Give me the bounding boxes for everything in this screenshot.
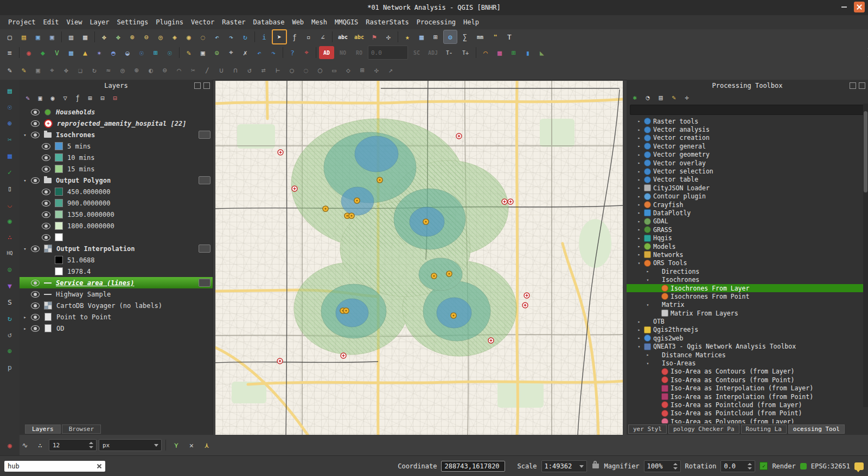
refresh-map-icon[interactable]: ↻ — [239, 30, 252, 43]
undock-panel-icon[interactable] — [850, 82, 856, 89]
select-by-expression-icon[interactable]: ƒ — [288, 30, 301, 43]
expand-arrow-icon[interactable]: ▾ — [22, 246, 28, 252]
expand-all-icon[interactable]: ⊞ — [85, 93, 95, 103]
close-panel-icon[interactable] — [203, 82, 210, 89]
measure-line-icon[interactable]: ∠ — [316, 30, 329, 43]
dots-tool-icon[interactable]: ∴ — [34, 439, 47, 452]
filter-legend-icon[interactable]: ▽ — [60, 93, 70, 103]
rotate-point-symbols-icon[interactable]: ↺ — [243, 64, 256, 77]
scale-feature-icon[interactable]: ↗ — [384, 64, 397, 77]
remove-layer-icon[interactable]: ⊟ — [110, 93, 120, 103]
ellipse-tool-icon[interactable]: ◯ — [314, 64, 327, 77]
badge-RO-icon[interactable]: RO — [352, 46, 367, 59]
toolbox-group-distance-matrices[interactable]: ▸ Distance Matrices — [627, 351, 868, 359]
layer-row-reprojected-amenity-hospital[interactable]: reprojected_amenity_hospital [22] — [20, 118, 213, 129]
toolbox-group-vector-analysis[interactable]: ▸ Vector analysis — [627, 125, 868, 133]
text-annotation-icon[interactable]: T — [503, 30, 516, 43]
add-vector-layer-icon[interactable]: V — [50, 46, 63, 59]
deselect-all-icon[interactable]: ▫ — [302, 30, 315, 43]
badge-NO-icon[interactable]: NO — [335, 46, 350, 59]
legend-filter-box-icon[interactable] — [199, 176, 210, 184]
fill-ring-icon[interactable]: ◐ — [144, 64, 157, 77]
layer-row-51-0688[interactable]: 51.0688 — [20, 254, 213, 266]
visibility-eye-icon[interactable] — [42, 155, 50, 161]
layer-row-cartodb-voyager[interactable]: CartoDB Voyager (no labels) — [20, 300, 213, 311]
menu-layer[interactable]: Layer — [86, 17, 113, 27]
toolbox-provider-grass[interactable]: ▸ GRASS — [627, 226, 868, 234]
statistical-summary-icon[interactable]: ∑ — [458, 30, 471, 43]
collapse-all-icon[interactable]: ⊟ — [98, 93, 107, 103]
expand-arrow-icon[interactable]: ▸ — [636, 210, 642, 215]
tab-topology-checker[interactable]: pology Checker Pa — [668, 424, 739, 434]
toolbox-provider-qgis2web[interactable]: ▸ qgis2web — [627, 334, 868, 342]
layer-row-1800[interactable]: 1800.0000000 — [20, 220, 213, 231]
menu-settings[interactable]: Settings — [113, 17, 152, 27]
toolbox-group-vector-overlay[interactable]: ▸ Vector overlay — [627, 159, 868, 167]
processing-toolbox-icon[interactable]: ⚙ — [443, 30, 457, 44]
visibility-eye-icon[interactable] — [31, 109, 40, 115]
refresh-cyan-icon[interactable]: ↻ — [3, 312, 16, 325]
toolbox-alg-iso-area-pointcloud-layer[interactable]: Iso-Area as Pointcloud (from Layer) — [627, 401, 868, 409]
layer-group-output-polygon[interactable]: ▾ Output Polygon — [20, 175, 213, 186]
visibility-eye-icon[interactable] — [31, 314, 40, 320]
toolbox-group-directions[interactable]: ▸ Directions — [627, 267, 868, 275]
tab-layers[interactable]: Layers — [25, 424, 61, 434]
validation-check-icon[interactable]: ✓ — [3, 165, 16, 178]
toolbar-separator[interactable] — [283, 47, 283, 58]
circle-3points-icon[interactable]: ◌ — [299, 64, 312, 77]
filter-expression-icon[interactable]: ƒ — [73, 93, 82, 103]
snapping-icon[interactable]: ⌖ — [300, 46, 313, 59]
scatter-dots-icon[interactable]: ∴ — [3, 230, 16, 243]
layer-management-icon[interactable]: ▤ — [3, 84, 16, 97]
toolbox-provider-dataplotly[interactable]: ▸ DataPlotly — [627, 209, 868, 217]
tab-browser[interactable]: Browser — [62, 424, 101, 434]
toolbar-separator[interactable] — [398, 31, 398, 42]
expand-arrow-icon[interactable]: ▸ — [636, 319, 642, 324]
expand-arrow-icon[interactable]: ▸ — [636, 202, 642, 207]
messages-icon[interactable] — [854, 462, 864, 470]
zoom-last-icon[interactable]: ↶ — [210, 30, 224, 43]
layer-row-1350[interactable]: 1350.0000000 — [20, 209, 213, 220]
toolbox-alg-iso-area-contours-layer[interactable]: Iso-Area as Contours (from Layer) — [627, 368, 868, 376]
edit-features-inplace-icon[interactable]: ✎ — [669, 93, 679, 102]
beaker-icon[interactable]: ▯ — [3, 182, 16, 195]
toolbar-separator[interactable] — [332, 31, 333, 42]
add-raster-layer-icon[interactable]: ▦ — [65, 46, 78, 59]
expand-arrow-icon[interactable]: ▸ — [636, 227, 642, 232]
visibility-eye-icon[interactable] — [42, 143, 50, 150]
add-part-icon[interactable]: ⊕ — [130, 64, 143, 77]
zoom-to-layer-icon[interactable]: ◌ — [196, 30, 209, 43]
expand-arrow-icon[interactable]: ▸ — [645, 352, 650, 357]
zoom-in-icon[interactable]: ⊕ — [126, 30, 139, 43]
qgis-resource-icon[interactable]: ◉ — [3, 214, 16, 227]
offset-point-symbols-icon[interactable]: ⇄ — [257, 64, 270, 77]
menu-rasterstats[interactable]: RasterStats — [362, 17, 412, 27]
expand-arrow-icon[interactable]: ▸ — [636, 252, 642, 257]
toolbox-provider-gdal[interactable]: ▸ GDAL — [627, 217, 868, 226]
menu-plugins[interactable]: Plugins — [152, 17, 187, 27]
toolbox-provider-models[interactable]: ▸ Models — [627, 242, 868, 250]
toolbox-alg-iso-area-pointcloud-point[interactable]: Iso-Area as Pointcloud (from Point) — [627, 409, 868, 417]
expand-arrow-icon[interactable]: ▾ — [636, 261, 642, 266]
expand-arrow-icon[interactable]: ▸ — [636, 185, 642, 190]
expand-arrow-icon[interactable]: ▾ — [645, 278, 650, 282]
expand-arrow-icon[interactable]: ▸ — [636, 144, 642, 149]
current-edits-red-icon[interactable]: ◉ — [3, 439, 16, 452]
toolbox-provider-hqgis[interactable]: ▸ Hqgis — [627, 234, 868, 242]
point-sampling-icon[interactable]: p — [3, 361, 16, 374]
copy-move-feature-icon[interactable]: ❏ — [74, 64, 87, 77]
basemap-grid-icon[interactable]: ⊕ — [3, 117, 16, 130]
toolbox-provider-networks[interactable]: ▸ Networks — [627, 250, 868, 259]
add-postgis-icon[interactable]: ◓ — [107, 46, 120, 59]
visibility-eye-icon[interactable] — [31, 291, 40, 298]
snapping-type-icon[interactable]: ⋎ — [170, 439, 183, 452]
lock-scale-icon[interactable] — [592, 464, 599, 468]
data-source-manager-icon[interactable]: ≡ — [3, 46, 16, 59]
label-pin-icon[interactable]: ⚑ — [368, 30, 381, 43]
toolbox-group-vector-geometry[interactable]: ▸ Vector geometry — [627, 151, 868, 159]
expand-arrow-icon[interactable]: ▸ — [636, 327, 642, 332]
search-layers-icon[interactable]: ⊙ — [3, 263, 16, 276]
visibility-eye-icon[interactable] — [31, 325, 40, 332]
expand-arrow-icon[interactable]: ▸ — [22, 326, 28, 331]
new-shapefile-icon[interactable]: ◉ — [22, 46, 35, 59]
